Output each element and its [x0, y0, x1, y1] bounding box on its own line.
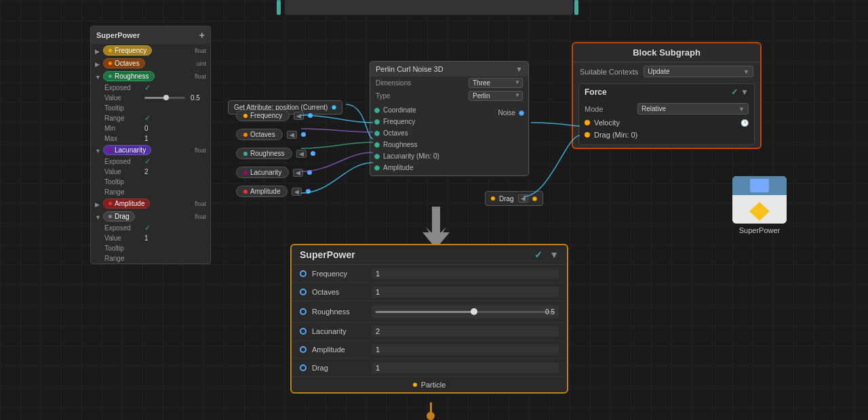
- roughness-slider[interactable]: [144, 97, 185, 99]
- amplitude-node-label[interactable]: Amplitude: [236, 186, 288, 197]
- lacunarity-in: [374, 154, 380, 159]
- frequency-node-dot: [243, 114, 248, 118]
- frequency-chevron: ▶: [95, 48, 100, 54]
- roughness-min-row: Min 0: [91, 123, 210, 133]
- particle-dot-bottom: [427, 412, 435, 420]
- spb-roughness-row: Roughness 0.5: [292, 301, 567, 322]
- frequency-in: [374, 119, 380, 125]
- mode-value: Relative: [642, 105, 666, 112]
- superpower-bottom-title: SuperPower: [300, 249, 355, 260]
- drag-tooltip-row: Tooltip: [91, 243, 210, 253]
- mode-select[interactable]: Relative ▼: [637, 103, 749, 114]
- drag-section[interactable]: ▼ Drag float: [91, 210, 210, 223]
- spb-amplitude-text: 1: [376, 345, 380, 354]
- spb-roughness-dot: [300, 308, 307, 315]
- green-bar-right: [574, 0, 578, 15]
- lacunarity-range-row: Range: [91, 187, 210, 197]
- perlin-type-value: Perlin: [473, 92, 490, 100]
- spb-frequency-dot: [300, 270, 307, 277]
- octaves-node-dot: [243, 133, 248, 137]
- octaves-node: Octaves ◀: [236, 129, 315, 140]
- frequency-in-label: Frequency: [383, 118, 415, 125]
- roughness-value-row: Value 0.5: [91, 93, 210, 103]
- roughness-max-value: 1: [144, 135, 149, 142]
- roughness-range-check: ✓: [144, 114, 151, 123]
- roughness-in: [374, 142, 380, 148]
- spb-roughness-label: Roughness: [312, 308, 366, 316]
- spb-drag-label: Drag: [312, 364, 366, 372]
- spb-octaves-value[interactable]: 1: [372, 287, 559, 297]
- spb-amplitude-dot: [300, 346, 307, 353]
- roughness-dot: [108, 75, 112, 78]
- amplitude-type: float: [195, 201, 206, 207]
- spb-drag-value[interactable]: 1: [372, 362, 559, 373]
- lacunarity-section[interactable]: ▼ Lacunarity float: [91, 144, 210, 156]
- roughness-max-row: Max 1: [91, 133, 210, 144]
- superpower-chevron-icon: ▼: [549, 249, 559, 260]
- drag-value-row: Value 1: [91, 233, 210, 243]
- suitable-contexts-select[interactable]: Update ▼: [644, 66, 753, 77]
- roughness-label: Roughness: [115, 72, 149, 80]
- superpower-header-controls: ✓ ▼: [534, 249, 559, 260]
- perlin-dimensions-arrow: ▼: [515, 79, 520, 85]
- lacunarity-left-arrow[interactable]: ◀: [293, 169, 303, 177]
- drag-node: Drag ◀: [485, 191, 543, 206]
- roughness-range-label: Range: [104, 114, 142, 122]
- sp-icon-blue-top: [732, 176, 787, 195]
- suitable-contexts-arrow: ▼: [743, 68, 749, 75]
- spb-roughness-slider-area[interactable]: 0.5: [372, 305, 559, 318]
- spb-octaves-dot: [300, 289, 307, 295]
- roughness-tooltip-row: Tooltip: [91, 103, 210, 113]
- drag-exposed-row: Exposed ✓: [91, 223, 210, 233]
- superpower-icon-label: SuperPower: [729, 226, 790, 234]
- lacunarity-value-label: Value: [104, 168, 142, 175]
- roughness-node-label[interactable]: Roughness: [236, 148, 292, 159]
- perlin-lacunarity-port: Lacunarity (Min: 0): [374, 151, 495, 161]
- perlin-type-select[interactable]: Perlin ▼: [469, 91, 523, 101]
- frequency-dot: [108, 49, 112, 52]
- suitable-contexts-label: Suitable Contexts: [580, 68, 638, 76]
- roughness-node-connector: [311, 151, 315, 156]
- drag-left-arrow[interactable]: ◀: [518, 194, 528, 203]
- get-attribute-output[interactable]: [332, 105, 336, 110]
- roughness-tag: Roughness: [103, 71, 155, 81]
- frequency-section[interactable]: ▶ Frequency float: [91, 44, 210, 57]
- octaves-section[interactable]: ▶ Octaves uint: [91, 57, 210, 70]
- perlin-coordinate-port: Coordinate: [374, 105, 495, 115]
- lacunarity-node-label[interactable]: Lacunarity: [236, 167, 289, 178]
- frequency-left-arrow[interactable]: ◀: [294, 112, 304, 120]
- spb-drag-dot: [300, 364, 307, 371]
- frequency-node-label[interactable]: Frequency: [236, 110, 290, 121]
- octaves-type: uint: [196, 60, 206, 67]
- perlin-frequency-port: Frequency: [374, 117, 495, 127]
- octaves-node-label[interactable]: Octaves: [236, 129, 283, 140]
- roughness-left-arrow[interactable]: ◀: [296, 150, 307, 158]
- octaves-node-connector: [301, 132, 306, 137]
- drag-node-label: Drag: [499, 195, 514, 203]
- spb-amplitude-value[interactable]: 1: [372, 344, 559, 355]
- lacunarity-tooltip-label: Tooltip: [104, 178, 142, 186]
- octaves-left-arrow[interactable]: ◀: [287, 131, 297, 139]
- frequency-tag: Frequency: [103, 45, 152, 56]
- spb-lacunarity-dot: [300, 328, 307, 335]
- spb-frequency-value[interactable]: 1: [372, 268, 559, 279]
- perlin-title: Perlin Curl Noise 3D: [376, 65, 443, 73]
- frequency-type: float: [195, 47, 206, 54]
- frequency-node-connector: [308, 113, 313, 118]
- roughness-type: float: [195, 73, 206, 80]
- spb-drag-row: Drag 1: [292, 359, 567, 377]
- force-check-icon: ✓: [731, 87, 738, 97]
- roughness-section[interactable]: ▼ Roughness float: [91, 70, 210, 83]
- lacunarity-value-row: Value 2: [91, 167, 210, 177]
- perlin-dimensions-select[interactable]: Three ▼: [469, 78, 523, 88]
- amplitude-left-arrow[interactable]: ◀: [292, 188, 302, 196]
- drag-tooltip-label: Tooltip: [104, 245, 142, 252]
- noise-out: [519, 110, 524, 116]
- spb-roughness-thumb[interactable]: [471, 308, 477, 315]
- amplitude-dot: [108, 202, 112, 205]
- sp-icon-light-bottom: [732, 195, 787, 224]
- add-property-button[interactable]: +: [199, 30, 205, 41]
- amplitude-section[interactable]: ▶ Amplitude float: [91, 197, 210, 210]
- mode-row: Mode Relative ▼: [585, 101, 749, 117]
- spb-lacunarity-value[interactable]: 2: [372, 326, 559, 337]
